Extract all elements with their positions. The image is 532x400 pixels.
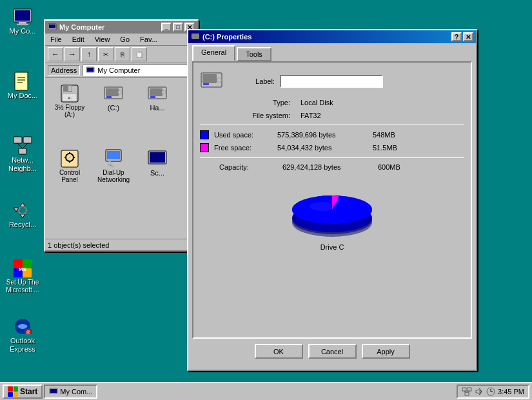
sc-label: Sc... xyxy=(150,169,164,177)
tab-content-area: Label: Type: Local Disk File system: FAT… xyxy=(192,61,472,339)
desktop-icon-outlook[interactable]: @ Outlook Express xyxy=(3,316,42,354)
free-space-label: Free space: xyxy=(214,144,272,152)
menu-view[interactable]: View xyxy=(92,35,113,44)
tray-time: 3:45 PM xyxy=(498,388,524,395)
address-input[interactable]: My Computer xyxy=(83,65,195,76)
back-button[interactable]: ← xyxy=(48,47,63,61)
drive-c-icon[interactable]: (C:) xyxy=(94,83,133,143)
dialup-label: Dial-Up Networking xyxy=(94,169,133,183)
network-tray-icon xyxy=(462,387,472,396)
used-color-box xyxy=(200,130,209,139)
network-label: Netw... Neighb... xyxy=(3,156,42,173)
desktop-icon-my-computer[interactable]: My Co... xyxy=(3,6,42,35)
dialog-buttons: OK Cancel Apply xyxy=(188,339,476,365)
minimize-button[interactable]: _ xyxy=(161,23,172,32)
tab-tools[interactable]: Tools xyxy=(237,47,271,61)
drive-c-label: (C:) xyxy=(108,104,119,112)
capacity-row: Capacity: 629,424,128 bytes 600MB xyxy=(200,163,464,171)
my-computer-titlebar[interactable]: My Computer _ □ ✕ xyxy=(45,21,197,34)
paste-button[interactable]: 📋 xyxy=(132,47,147,61)
menu-go[interactable]: Go xyxy=(117,35,132,44)
svg-line-12 xyxy=(23,143,28,148)
svg-text:@: @ xyxy=(26,330,31,334)
taskbar-item-mycomputer[interactable]: My Com... xyxy=(44,385,97,399)
drive-label-row: Label: xyxy=(200,69,464,94)
svg-rect-47 xyxy=(107,151,120,159)
used-space-bytes: 575,389,696 bytes xyxy=(277,131,368,139)
label-input[interactable] xyxy=(280,75,383,88)
desktop-icon-mssetup[interactable]: MS Set Up TheMicrosoft ... xyxy=(3,258,42,294)
recycle-icon xyxy=(12,200,33,221)
svg-rect-8 xyxy=(14,137,22,143)
capacity-bytes: 629,424,128 bytes xyxy=(282,163,373,171)
outlook-icon: @ xyxy=(12,316,33,337)
properties-title: (C:) Properties xyxy=(202,33,449,41)
svg-rect-51 xyxy=(150,152,165,163)
properties-close-button[interactable]: ✕ xyxy=(463,32,473,41)
drive-ha-label: Ha... xyxy=(150,104,164,112)
pie-chart xyxy=(277,176,387,241)
apply-button[interactable]: Apply xyxy=(362,344,410,359)
cancel-button[interactable]: Cancel xyxy=(308,344,357,359)
maximize-button[interactable]: □ xyxy=(173,23,183,32)
menu-file[interactable]: File xyxy=(48,35,64,44)
menu-favorites[interactable]: Fav... xyxy=(137,35,160,44)
dialup-svg xyxy=(103,148,124,169)
toolbar: ← → ↑ ✂ ⎘ 📋 xyxy=(45,46,197,63)
drive-c-svg xyxy=(103,83,124,104)
recycle-label: Recycl... xyxy=(9,221,36,229)
svg-line-70 xyxy=(467,391,469,392)
ok-button[interactable]: OK xyxy=(255,344,303,359)
mssetup-label: Set Up TheMicrosoft ... xyxy=(6,279,39,294)
sc-icon[interactable]: Sc... xyxy=(138,148,177,208)
tab-general[interactable]: General xyxy=(192,45,235,61)
tray-icons xyxy=(462,387,495,396)
desktop-icon-network[interactable]: Netw... Neighb... xyxy=(3,135,42,173)
copy-button[interactable]: ⎘ xyxy=(115,47,130,61)
control-panel-label: Control Panel xyxy=(50,169,89,183)
address-bar: Address My Computer xyxy=(45,63,197,78)
start-button[interactable]: Start xyxy=(3,385,43,399)
drive-label: Drive C xyxy=(320,243,344,251)
forward-button[interactable]: → xyxy=(64,47,80,61)
svg-rect-4 xyxy=(15,72,28,90)
free-space-bytes: 54,034,432 bytes xyxy=(277,144,368,152)
properties-titlebar[interactable]: (C:) Properties ? ✕ xyxy=(188,30,476,43)
properties-dialog[interactable]: (C:) Properties ? ✕ General Tools xyxy=(187,29,477,371)
svg-rect-48 xyxy=(108,161,111,165)
menu-edit[interactable]: Edit xyxy=(70,35,87,44)
control-panel-svg xyxy=(59,148,80,169)
filesystem-value: FAT32 xyxy=(300,112,321,119)
status-bar: 1 object(s) selected xyxy=(45,239,197,250)
status-text: 1 object(s) selected xyxy=(48,241,109,249)
svg-rect-25 xyxy=(87,68,94,72)
desktop-icon-recycle[interactable]: Recycl... xyxy=(3,200,42,229)
address-value: My Computer xyxy=(97,66,140,74)
help-button[interactable]: ? xyxy=(451,32,462,41)
svg-rect-10 xyxy=(19,148,26,154)
type-label: Type: xyxy=(232,99,290,106)
up-button[interactable]: ↑ xyxy=(81,47,97,61)
svg-point-13 xyxy=(19,206,26,214)
type-row: Type: Local Disk xyxy=(232,99,464,106)
outlook-label: Outlook Express xyxy=(3,337,42,354)
svg-rect-36 xyxy=(150,88,163,96)
taskbar-items: My Com... xyxy=(44,385,455,399)
svg-rect-67 xyxy=(468,388,471,391)
taskbar-item-label: My Com... xyxy=(60,388,92,395)
cut-button[interactable]: ✂ xyxy=(98,47,113,61)
properties-icon xyxy=(191,32,200,41)
desktop-icon-my-documents[interactable]: My Doc... xyxy=(3,71,42,100)
my-computer-window[interactable]: My Computer _ □ ✕ File Edit View Go Fav.… xyxy=(44,19,199,252)
divider1 xyxy=(200,125,464,125)
free-space-row: Free space: 54,034,432 bytes 51.5MB xyxy=(200,143,464,152)
my-documents-label: My Doc... xyxy=(8,92,37,100)
control-panel-icon[interactable]: Control Panel xyxy=(50,148,89,208)
drive-ha-icon[interactable]: Ha... xyxy=(138,83,177,143)
my-computer-label: My Co... xyxy=(10,27,36,35)
dialup-icon[interactable]: Dial-Up Networking xyxy=(94,148,133,208)
my-computer-title: My Computer xyxy=(59,23,159,31)
start-windows-logo xyxy=(8,386,18,397)
floppy-icon[interactable]: A: 3½ Floppy (A:) xyxy=(50,83,89,143)
pie-chart-container: Drive C xyxy=(200,176,464,251)
